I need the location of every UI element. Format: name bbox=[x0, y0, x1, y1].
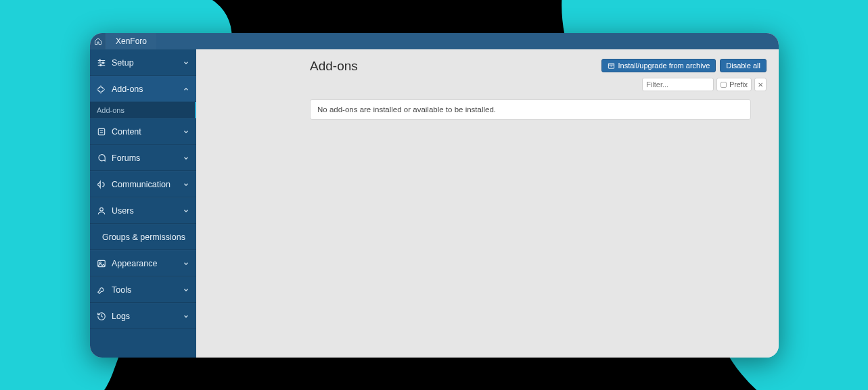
sidebar-item-label: Tools bbox=[112, 285, 177, 295]
prefix-toggle[interactable]: Prefix bbox=[716, 78, 752, 91]
chevron-down-icon bbox=[183, 128, 189, 135]
sidebar-item-users[interactable]: Users bbox=[90, 197, 196, 224]
page-title: Add-ons bbox=[310, 59, 358, 74]
filter-input[interactable] bbox=[642, 78, 714, 91]
note-icon bbox=[97, 127, 106, 137]
chevron-down-icon bbox=[183, 287, 189, 293]
sidebar-item-logs[interactable]: Logs bbox=[90, 303, 196, 329]
checkbox-icon bbox=[721, 82, 727, 88]
sidebar-item-tools[interactable]: Tools bbox=[90, 276, 196, 303]
megaphone-icon bbox=[97, 180, 106, 189]
sidebar-item-label: Logs bbox=[112, 312, 177, 321]
sidebar-item-label: Communication bbox=[112, 180, 177, 189]
puzzle-icon bbox=[97, 84, 106, 94]
topbar: XenForo bbox=[90, 33, 779, 49]
svg-point-5 bbox=[100, 64, 101, 66]
sidebar-item-label: Users bbox=[112, 206, 177, 216]
empty-message: No add-ons are installed or available to… bbox=[317, 105, 496, 114]
addons-empty-state: No add-ons are installed or available to… bbox=[310, 99, 751, 120]
breadcrumb-label: XenForo bbox=[116, 36, 147, 46]
history-icon bbox=[97, 312, 106, 321]
clear-filter-button[interactable]: ✕ bbox=[754, 78, 767, 91]
sidebar-subitem-addons[interactable]: Add-ons bbox=[90, 102, 196, 118]
chevron-down-icon bbox=[183, 59, 189, 66]
sidebar-item-groups[interactable]: Groups & permissions bbox=[90, 224, 196, 250]
app-window: XenForo Setup Add-ons Add-ons Content bbox=[90, 33, 779, 358]
home-icon bbox=[94, 37, 102, 45]
button-label: Install/upgrade from archive bbox=[618, 62, 710, 70]
chevron-down-icon bbox=[183, 155, 189, 162]
sidebar-item-label: Setup bbox=[112, 58, 177, 68]
chevron-down-icon bbox=[183, 181, 189, 188]
sidebar-subitem-label: Add-ons bbox=[97, 106, 124, 114]
install-upgrade-button[interactable]: Install/upgrade from archive bbox=[601, 59, 716, 72]
sidebar-item-label: Add-ons bbox=[112, 84, 177, 94]
main-content: Add-ons Install/upgrade from archive Dis… bbox=[196, 49, 779, 358]
chevron-down-icon bbox=[183, 208, 189, 214]
close-icon: ✕ bbox=[758, 81, 763, 89]
user-icon bbox=[97, 206, 106, 216]
sidebar-item-label: Forums bbox=[112, 153, 177, 163]
button-label: Disable all bbox=[726, 62, 760, 70]
disable-all-button[interactable]: Disable all bbox=[720, 59, 767, 72]
svg-point-3 bbox=[99, 59, 101, 61]
svg-rect-12 bbox=[98, 260, 106, 266]
chat-icon bbox=[97, 153, 106, 163]
breadcrumb-tab[interactable]: XenForo bbox=[106, 33, 156, 49]
prefix-label: Prefix bbox=[729, 80, 748, 89]
chevron-down-icon bbox=[183, 313, 189, 320]
archive-icon bbox=[608, 62, 615, 70]
sliders-icon bbox=[97, 58, 106, 68]
svg-point-9 bbox=[100, 208, 104, 211]
chevron-up-icon bbox=[183, 86, 189, 93]
sidebar: Setup Add-ons Add-ons Content Forums bbox=[90, 49, 196, 358]
sidebar-item-label: Groups & permissions bbox=[102, 233, 185, 242]
sidebar-item-setup[interactable]: Setup bbox=[90, 49, 196, 76]
sidebar-item-addons[interactable]: Add-ons bbox=[90, 76, 196, 102]
chevron-down-icon bbox=[183, 260, 189, 267]
sidebar-item-forums[interactable]: Forums bbox=[90, 145, 196, 171]
sidebar-item-content[interactable]: Content bbox=[90, 118, 196, 145]
sidebar-item-label: Content bbox=[112, 127, 177, 137]
sidebar-item-label: Appearance bbox=[112, 259, 177, 268]
sidebar-item-appearance[interactable]: Appearance bbox=[90, 250, 196, 276]
svg-point-4 bbox=[102, 62, 104, 63]
image-icon bbox=[97, 259, 106, 268]
sidebar-item-communication[interactable]: Communication bbox=[90, 171, 196, 197]
wrench-icon bbox=[97, 285, 106, 295]
